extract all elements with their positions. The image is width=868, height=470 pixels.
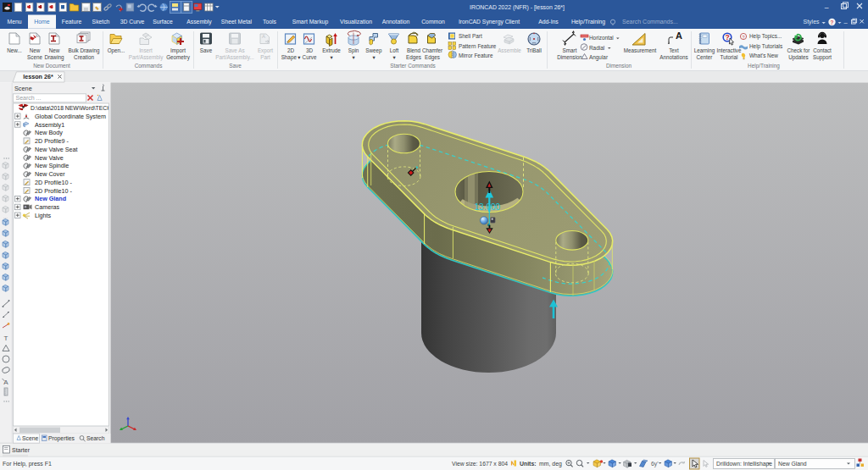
svg-text:New Gland: New Gland	[35, 195, 66, 202]
svg-text:3D Curve: 3D Curve	[120, 19, 145, 25]
svg-text:Smart Markup: Smart Markup	[292, 19, 329, 25]
svg-text:What's New: What's New	[749, 53, 778, 58]
svg-text:New Gland: New Gland	[778, 461, 807, 467]
svg-text:Scene: Scene	[14, 85, 32, 92]
svg-text:Units:: Units:	[520, 461, 537, 467]
svg-text:Search ...: Search ...	[16, 95, 42, 101]
svg-text:Styles: Styles	[803, 19, 820, 25]
svg-text:Dimension: Dimension	[606, 63, 632, 69]
svg-text:D:\data\2018 NEW\Word\TECH-NE: D:\data\2018 NEW\Word\TECH-NE	[31, 105, 121, 111]
svg-text:Insert: Insert	[139, 47, 153, 53]
svg-text:Help Tutorials: Help Tutorials	[749, 43, 782, 50]
svg-text:3D: 3D	[306, 47, 314, 53]
svg-text:Creation: Creation	[74, 54, 94, 60]
svg-text:Cameras: Cameras	[35, 203, 60, 211]
svg-text:Mirror Feature: Mirror Feature	[459, 53, 493, 58]
svg-text:A: A	[3, 379, 8, 386]
svg-text:A: A	[676, 30, 682, 41]
svg-text:Starter: Starter	[12, 447, 31, 453]
svg-text:Assembly: Assembly	[186, 19, 212, 25]
svg-text:Angular: Angular	[589, 54, 609, 61]
svg-text:IRONCAD 2022 (NFR) - [lesson 2: IRONCAD 2022 (NFR) - [lesson 26*]	[470, 4, 565, 11]
svg-text:Tutorial: Tutorial	[721, 54, 738, 60]
svg-text:New...: New...	[7, 47, 22, 53]
svg-text:Loft: Loft	[390, 47, 399, 53]
svg-text:New Body: New Body	[35, 129, 63, 136]
svg-text:Help/Training: Help/Training	[571, 19, 605, 25]
svg-text:Starter Commands: Starter Commands	[390, 63, 436, 69]
svg-text:Sketch: Sketch	[92, 19, 110, 25]
svg-text:2D Profile10 -: 2D Profile10 -	[35, 187, 73, 195]
svg-text:Geometry: Geometry	[166, 54, 190, 61]
svg-text:Radial: Radial	[589, 45, 604, 51]
svg-text:Edges: Edges	[425, 54, 440, 61]
svg-text:Help/Training: Help/Training	[748, 63, 780, 69]
svg-text:Add-Ins: Add-Ins	[538, 19, 559, 25]
svg-text:?: ?	[725, 33, 729, 41]
svg-text:Contact: Contact	[813, 47, 832, 53]
svg-text:Extrude: Extrude	[322, 47, 341, 53]
svg-text:Part: Part	[260, 54, 270, 60]
svg-text:Home: Home	[34, 19, 50, 25]
svg-text:New Cover: New Cover	[35, 170, 65, 178]
svg-text:lesson 26*: lesson 26*	[23, 73, 53, 80]
svg-text:IronCAD Synergy Client: IronCAD Synergy Client	[459, 19, 520, 25]
svg-text:2D Profile10 -: 2D Profile10 -	[35, 179, 73, 186]
svg-text:Sheet Metal: Sheet Metal	[221, 19, 253, 25]
svg-text:Annotation: Annotation	[382, 19, 410, 25]
svg-text:?: ?	[831, 19, 834, 25]
svg-text:Chamfer: Chamfer	[422, 47, 442, 53]
svg-text:–: –	[825, 3, 829, 12]
svg-text:Part/Assembly: Part/Assembly	[129, 54, 164, 61]
svg-text:New Spindle: New Spindle	[35, 162, 69, 169]
svg-text:…: …	[3, 214, 8, 219]
svg-text:Assembly1: Assembly1	[35, 121, 64, 129]
svg-text:Blend: Blend	[407, 47, 421, 53]
svg-text:Common: Common	[421, 19, 445, 25]
svg-text:Search Commands...: Search Commands...	[622, 19, 678, 25]
svg-text:Drilldown: Intellishape: Drilldown: Intellishape	[716, 461, 772, 467]
svg-text:Global Coordinate System: Global Coordinate System	[35, 113, 106, 120]
svg-text:Smart: Smart	[563, 47, 577, 53]
svg-text:For Help, press F1: For Help, press F1	[3, 461, 52, 467]
svg-text:Save: Save	[229, 63, 242, 69]
svg-text:Save: Save	[200, 47, 213, 53]
svg-text:A: A	[262, 34, 265, 39]
svg-text:Check for: Check for	[787, 47, 810, 53]
svg-text:Center: Center	[697, 54, 713, 60]
svg-text:New: New	[30, 47, 41, 53]
svg-text:New: New	[49, 47, 60, 53]
svg-text:Updates: Updates	[788, 54, 808, 61]
svg-text:Horizontal: Horizontal	[589, 35, 614, 41]
svg-text:Help Topics...: Help Topics...	[749, 33, 782, 40]
svg-text:New Document: New Document	[33, 63, 70, 69]
svg-text:Menu: Menu	[7, 19, 21, 25]
svg-text:Search: Search	[86, 435, 105, 441]
svg-text:2D Profile9 -: 2D Profile9 -	[35, 137, 70, 145]
svg-text:View size: 1677 x 804: View size: 1677 x 804	[452, 461, 508, 467]
svg-text:Shape ▾: Shape ▾	[281, 54, 301, 61]
svg-text:Part/Assembly...: Part/Assembly...	[215, 54, 254, 61]
svg-text:Commands: Commands	[135, 63, 163, 69]
svg-text:Pattern Feature: Pattern Feature	[459, 43, 497, 49]
svg-text:T: T	[4, 335, 8, 342]
svg-text:Dimension: Dimension	[557, 54, 582, 60]
svg-text:Support: Support	[813, 54, 832, 61]
svg-text:Interactive: Interactive	[716, 47, 742, 53]
svg-text:6y': 6y'	[651, 461, 658, 467]
svg-text:Curve: Curve	[303, 54, 317, 60]
svg-text:Lights: Lights	[35, 212, 52, 219]
svg-text:Visualization: Visualization	[340, 19, 372, 25]
svg-text:TriBall: TriBall	[526, 47, 542, 53]
svg-text:Annotations: Annotations	[659, 54, 687, 60]
svg-text:New Valve: New Valve	[35, 154, 64, 162]
svg-text:Assemble: Assemble	[498, 47, 521, 53]
svg-text:Shell Part: Shell Part	[459, 33, 482, 39]
svg-text:?: ?	[742, 35, 744, 40]
svg-text:New Valve Seat: New Valve Seat	[35, 146, 78, 153]
svg-text:Open...: Open...	[108, 47, 125, 54]
svg-text:Properties: Properties	[48, 435, 75, 442]
svg-text:Tools: Tools	[263, 19, 276, 25]
svg-text:2D: 2D	[287, 47, 295, 53]
svg-text:13.000: 13.000	[475, 202, 501, 212]
